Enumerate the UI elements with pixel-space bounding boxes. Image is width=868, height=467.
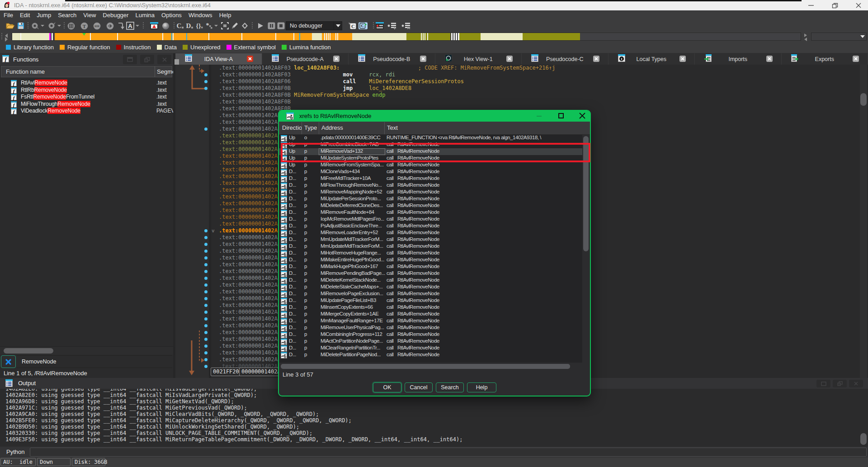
xref-row[interactable]: Upo.pdata:00000001400E39CCRUNTIME_FUNCTI… — [279, 135, 582, 142]
navband-range-selector[interactable] — [811, 33, 867, 41]
output-list-icon[interactable] — [375, 21, 384, 30]
output-vscrollbar-thumb[interactable] — [860, 433, 867, 445]
function-row[interactable]: fRtlRbRemoveNode.text — [1, 87, 172, 94]
xrefs-hscrollbar[interactable] — [279, 363, 582, 370]
xref-row[interactable]: D...pMiCombiningInProgress+112callRtlAvl… — [279, 331, 582, 338]
xref-row[interactable]: D...pMiDeletePartitionPageNod...callRtlA… — [279, 352, 582, 359]
disassembly-line[interactable]: .text:00000001402A8 — [219, 173, 281, 180]
tab-close-button[interactable] — [593, 56, 599, 62]
disassembly-line[interactable]: .text:00000001402A8 — [219, 282, 281, 288]
disassembly-line[interactable]: .text:00000001402A8 — [219, 255, 281, 261]
disassembly-line[interactable]: .text:00000001402A8F0B jmp loc_1402A8DE8 — [219, 85, 411, 92]
xref-row[interactable]: D...pMmUpdateMdlTrackerForM...callRtlAvl… — [279, 236, 582, 243]
disassembly-line[interactable]: .text:00000001402A8 — [219, 349, 281, 356]
disassembly-line[interactable]: .text:00000001402A8 — [219, 343, 281, 349]
dialog-close-icon[interactable] — [579, 113, 585, 119]
nav-forward-icon[interactable] — [47, 21, 57, 30]
xrefs-table-header[interactable]: Directio Type Address Text — [279, 122, 590, 135]
tab-hex-view-1[interactable]: Hex View-1 — [435, 53, 522, 65]
disassembly-line[interactable]: .text:00000001402A8 — [219, 187, 281, 193]
disassembly-line[interactable]: .text:00000001402A8F0B — [219, 99, 291, 105]
xref-row[interactable]: D...pMmUpdateMdlTrackerForM...callRtlAvl… — [279, 243, 582, 250]
dropdown-caret-icon[interactable] — [214, 25, 218, 27]
tab-pseudocode-b[interactable]: Pseudocode-B — [349, 53, 435, 65]
disassembly-line[interactable]: .text:00000001402A8 — [219, 234, 281, 241]
make-code-icon[interactable]: C — [175, 21, 184, 30]
cancel-button[interactable]: Cancel — [405, 382, 433, 392]
column-function-name[interactable]: Function name — [6, 68, 45, 75]
save-icon[interactable] — [16, 21, 25, 30]
functions-filter-input[interactable]: RemoveNode — [17, 355, 172, 368]
xref-row[interactable]: UppMiRemoveFromSystemSpa...callRtlAvlRem… — [279, 162, 582, 169]
menu-item-search[interactable]: Search — [55, 10, 80, 20]
navband-track[interactable] — [12, 33, 801, 41]
disassembly-line[interactable]: .text:00000001402A8 — [219, 268, 281, 275]
tab-close-button[interactable] — [333, 56, 340, 62]
tab-close-button[interactable] — [679, 56, 686, 62]
patch-icon[interactable] — [240, 21, 249, 30]
rename-icon[interactable]: A — [126, 21, 135, 30]
tab-close-button[interactable] — [420, 56, 426, 62]
tab-close-button[interactable] — [766, 56, 773, 62]
clear-filter-button[interactable] — [1, 355, 16, 368]
xref-row[interactable]: D...pMmManageFaultRange+17EcallRtlAvlRem… — [279, 318, 582, 325]
xref-row[interactable]: D...pMiRemoveIoPageExclusion...callRtlAv… — [279, 291, 582, 297]
disassembly-line[interactable]: .text:00000001402A8 — [219, 166, 281, 173]
xref-row[interactable]: D...pMiRemoveFaultNode+84callRtlAvlRemov… — [279, 209, 582, 216]
xref-row[interactable]: D...pMiCloneVads+434callRtlAvlRemoveNode — [279, 169, 582, 175]
make-struct-icon[interactable]: {} — [194, 21, 203, 30]
xref-row[interactable]: D...pMiDeleteDeferredCloneDes...callRtlA… — [279, 203, 582, 209]
xref-row[interactable]: D...pMiUpdatePerSessionProto...callRtlAv… — [279, 196, 582, 203]
segments-icon[interactable] — [105, 21, 114, 30]
disassembly-line[interactable]: .text:00000001402A8 — [219, 302, 281, 309]
xref-row[interactable]: D...pMiMakeEntireHugePfnGood...callRtlAv… — [279, 257, 582, 264]
function-row[interactable]: fFsRtlRemoveNodeFromTunnel.text — [1, 94, 172, 101]
func-list-del-icon[interactable] — [401, 21, 410, 30]
sphere-icon[interactable] — [161, 21, 170, 30]
ok-button[interactable]: OK — [373, 382, 401, 392]
disassembly-line[interactable]: .text:00000001402A8 — [219, 241, 281, 248]
header-divider[interactable] — [302, 122, 302, 134]
xref-row[interactable]: D...pMiRemovePendingBadPage...callRtlAvl… — [279, 270, 582, 277]
xref-row[interactable]: D...pMiFlowThroughRemoveNo...callRtlAvlR… — [279, 182, 582, 189]
run-icon[interactable] — [256, 21, 265, 30]
xref-row[interactable]: D...pPsAdjustBasicEnclaveThre...callRtlA… — [279, 223, 582, 230]
disassembly-line[interactable]: .text:00000001402A8 — [219, 160, 281, 166]
pseudocode-icon[interactable]: C — [348, 21, 357, 30]
column-address[interactable]: Address — [321, 124, 343, 131]
functions-table-header[interactable]: Function name Segme — [1, 66, 172, 77]
output-maximize-button[interactable] — [816, 380, 830, 387]
strings-icon[interactable]: xxx — [92, 21, 101, 30]
function-row[interactable]: fMiFlowThroughRemoveNode.text — [1, 101, 172, 108]
stop-icon[interactable] — [276, 21, 285, 30]
menu-item-edit[interactable]: Edit — [17, 10, 33, 20]
xref-row[interactable]: D...pMiDeleteKernelStackNode...callRtlAv… — [279, 277, 582, 284]
output-close-button[interactable] — [849, 380, 863, 387]
tab-pseudocode-a[interactable]: Pseudocode-A — [262, 53, 349, 65]
tab-scroll-button[interactable] — [175, 59, 179, 65]
disassembly-line[interactable]: .text:00000001402A8 — [219, 126, 281, 132]
xref-row[interactable]: D...pMiRemoveUserPhysicalPag...callRtlAv… — [279, 325, 582, 331]
disassembly-line[interactable]: .text:00000001402A8F03 loc_1402A8F03: ; … — [219, 65, 555, 71]
function-row[interactable]: fRtlAvlRemoveNode.text — [1, 80, 172, 87]
dialog-minimize-icon[interactable] — [537, 116, 542, 117]
disassembly-line[interactable]: .text:00000001402A8F0B MiRemoveFromSyste… — [219, 92, 386, 99]
window-close-button[interactable] — [855, 2, 862, 9]
xref-row[interactable]: D...pMiDeleteStaleCacheMaps+...callRtlAv… — [279, 284, 582, 291]
xrefs-dialog-titlebar[interactable]: xrefs to RtlAvlRemoveNode — [279, 111, 590, 122]
column-divider[interactable] — [155, 66, 155, 77]
disassembly-line[interactable]: .text:00000001402A8 — [219, 288, 281, 295]
functions-close-button[interactable] — [157, 55, 171, 64]
search-button[interactable]: Search — [436, 382, 464, 392]
navband-zoom-out-icon[interactable] — [804, 38, 807, 41]
tab-pseudocode-c[interactable]: Pseudocode-C — [522, 53, 609, 65]
disassembly-line[interactable]: .text:00000001402A8F06 call MiDereferenc… — [219, 78, 464, 85]
navband-icon[interactable] — [150, 21, 159, 30]
select-icon[interactable] — [220, 21, 229, 30]
disassembly-line[interactable]: .text:00000001402A8 — [219, 295, 281, 302]
tab-local-types[interactable]: Local Typest — [609, 53, 695, 65]
dropdown-caret-icon[interactable] — [57, 25, 61, 27]
disassembly-line[interactable]: .text:00000001402A8 — [219, 119, 281, 126]
window-restore-button[interactable] — [831, 2, 839, 9]
debugger-selector-arrow[interactable] — [334, 22, 342, 30]
